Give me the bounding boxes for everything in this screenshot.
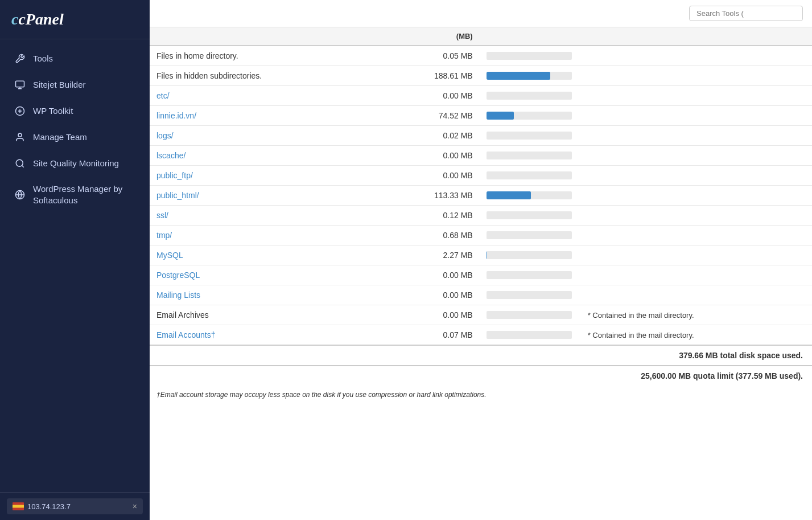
- row-bar: [480, 305, 581, 325]
- sidebar-item-label-tools: Tools: [33, 53, 53, 64]
- table-row: tmp/0.68 MB: [150, 226, 812, 245]
- row-link[interactable]: MySQL: [156, 251, 183, 260]
- row-link[interactable]: Mailing Lists: [156, 290, 200, 300]
- row-size: 0.02 MB: [379, 126, 480, 146]
- sidebar-item-wp-toolkit[interactable]: WP Toolkit: [3, 99, 146, 124]
- row-bar: [480, 285, 581, 305]
- content-area: (MB) Files in home directory.0.05 MBFile…: [150, 27, 812, 520]
- row-bar: [480, 325, 581, 346]
- table-row: Email Archives0.00 MB* Contained in the …: [150, 305, 812, 325]
- row-note: [581, 46, 812, 66]
- search-magnify-icon: [14, 157, 26, 170]
- row-size: 0.00 MB: [379, 265, 480, 285]
- row-bar: [480, 226, 581, 245]
- table-row: MySQL2.27 MB: [150, 245, 812, 265]
- row-size: 0.68 MB: [379, 226, 480, 245]
- wordpress-icon: [14, 105, 26, 117]
- row-link[interactable]: public_html/: [156, 191, 199, 200]
- row-size: 2.27 MB: [379, 245, 480, 265]
- row-link[interactable]: linnie.id.vn/: [156, 111, 196, 120]
- row-note: [581, 106, 812, 126]
- row-link[interactable]: tmp/: [156, 231, 172, 240]
- row-note: [581, 186, 812, 206]
- row-link[interactable]: Email Accounts†: [156, 330, 216, 339]
- table-row: ssl/0.12 MB: [150, 206, 812, 226]
- row-label: Email Accounts†: [150, 325, 379, 346]
- row-label: public_ftp/: [150, 166, 379, 186]
- row-size: 113.33 MB: [379, 186, 480, 206]
- row-note: [581, 265, 812, 285]
- row-note: [581, 206, 812, 226]
- table-row: logs/0.02 MB: [150, 126, 812, 146]
- table-row: public_ftp/0.00 MB: [150, 166, 812, 186]
- cpanel-logo: ccPanel: [11, 10, 138, 28]
- row-bar: [480, 126, 581, 146]
- row-bar: [480, 46, 581, 66]
- footer-note-row: †Email account storage may occupy less s…: [150, 386, 812, 404]
- sidebar-item-label-wp-manager: WordPress Manager by Softaculous: [33, 183, 136, 206]
- col-header-size: (MB): [379, 27, 480, 46]
- row-label: linnie.id.vn/: [150, 106, 379, 126]
- person-icon: [14, 131, 26, 144]
- row-size: 188.61 MB: [379, 66, 480, 86]
- row-label: Mailing Lists: [150, 285, 379, 305]
- row-bar: [480, 245, 581, 265]
- row-note: [581, 66, 812, 86]
- row-bar: [480, 86, 581, 106]
- row-label: public_html/: [150, 186, 379, 206]
- row-label: tmp/: [150, 226, 379, 245]
- table-row: Mailing Lists0.00 MB: [150, 285, 812, 305]
- footer-note: †Email account storage may occupy less s…: [150, 386, 812, 404]
- total-row-1: 379.66 MB total disk space used.: [150, 345, 812, 366]
- sidebar: ccPanel Tools Sitejet Builder: [0, 0, 150, 520]
- svg-rect-0: [16, 81, 24, 87]
- row-label: Email Archives: [150, 305, 379, 325]
- svg-point-4: [18, 133, 22, 137]
- row-label: PostgreSQL: [150, 265, 379, 285]
- row-size: 0.12 MB: [379, 206, 480, 226]
- svg-point-5: [16, 159, 23, 166]
- monitor-icon: [14, 79, 26, 91]
- search-tools-input[interactable]: [689, 6, 803, 21]
- main-content: (MB) Files in home directory.0.05 MBFile…: [150, 0, 812, 520]
- row-bar: [480, 265, 581, 285]
- row-label: Files in hidden subdirectories.: [150, 66, 379, 86]
- row-note: * Contained in the mail directory.: [581, 305, 812, 325]
- sidebar-item-manage-team[interactable]: Manage Team: [3, 125, 146, 150]
- table-row: public_html/113.33 MB: [150, 186, 812, 206]
- row-note: [581, 285, 812, 305]
- row-link[interactable]: ssl/: [156, 211, 168, 220]
- row-note: [581, 245, 812, 265]
- row-note: [581, 226, 812, 245]
- row-label: Files in home directory.: [150, 46, 379, 66]
- sidebar-item-label-sitejet: Sitejet Builder: [33, 79, 86, 91]
- row-link[interactable]: logs/: [156, 131, 174, 140]
- sidebar-item-label-manage-team: Manage Team: [33, 132, 87, 143]
- row-size: 0.00 MB: [379, 305, 480, 325]
- table-row: lscache/0.00 MB: [150, 146, 812, 166]
- sidebar-item-tools[interactable]: Tools: [3, 46, 146, 71]
- sidebar-nav: Tools Sitejet Builder WP Toolkit: [0, 39, 150, 492]
- row-size: 0.05 MB: [379, 46, 480, 66]
- row-label: etc/: [150, 86, 379, 106]
- row-note: [581, 126, 812, 146]
- row-link[interactable]: lscache/: [156, 151, 186, 160]
- sidebar-item-sitejet[interactable]: Sitejet Builder: [3, 72, 146, 97]
- sidebar-item-site-quality[interactable]: Site Quality Monitoring: [3, 151, 146, 176]
- row-size: 0.00 MB: [379, 146, 480, 166]
- ip-close-button[interactable]: ×: [133, 502, 137, 511]
- svg-line-6: [22, 165, 23, 167]
- row-note: [581, 166, 812, 186]
- row-bar: [480, 186, 581, 206]
- logo-area: ccPanel: [0, 0, 150, 39]
- row-link[interactable]: PostgreSQL: [156, 271, 200, 280]
- wordpress2-icon: [14, 189, 26, 201]
- table-row: PostgreSQL0.00 MB: [150, 265, 812, 285]
- sidebar-item-wp-manager[interactable]: WordPress Manager by Softaculous: [3, 177, 146, 212]
- disk-usage-table: (MB) Files in home directory.0.05 MBFile…: [150, 27, 812, 404]
- row-size: 0.00 MB: [379, 86, 480, 106]
- quota-limit: 25,600.00 MB quota limit (377.59 MB used…: [150, 366, 812, 386]
- row-link[interactable]: public_ftp/: [156, 171, 193, 180]
- row-link[interactable]: etc/: [156, 91, 170, 100]
- table-row: Files in hidden subdirectories.188.61 MB: [150, 66, 812, 86]
